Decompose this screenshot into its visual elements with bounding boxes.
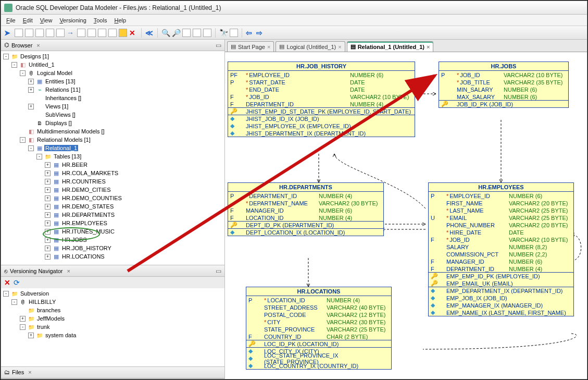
tree-node[interactable]: -Relational Models [1] [1, 136, 224, 144]
close-icon[interactable]: × [28, 369, 31, 375]
tree-node[interactable]: +HR.BEER [1, 161, 224, 169]
expand-toggle[interactable]: - [3, 291, 9, 297]
arrow-right-icon[interactable]: → [67, 29, 75, 37]
tree-node[interactable]: +HR.DEMO_STATES [1, 202, 224, 211]
expand-toggle[interactable]: + [45, 195, 51, 201]
expand-toggle[interactable]: - [28, 145, 34, 151]
expand-toggle[interactable]: + [45, 162, 51, 168]
tree-node[interactable]: branches [1, 306, 224, 314]
tree-node[interactable]: +HR.DEPARTMENTS [1, 211, 224, 219]
tool-icon[interactable] [98, 29, 106, 37]
tree-node[interactable]: Inheritances [] [1, 94, 224, 102]
expand-toggle[interactable]: - [11, 299, 17, 305]
tree-node[interactable]: +HR.DEMO_CITIES [1, 186, 224, 194]
expand-toggle[interactable]: + [45, 212, 51, 218]
tool-icon[interactable] [56, 29, 65, 37]
tree-node[interactable]: +HR.LOCATIONS [1, 252, 224, 261]
tool-icon[interactable] [77, 29, 85, 37]
tool-icon[interactable] [108, 29, 117, 37]
tool-icon[interactable] [230, 29, 238, 37]
editor-tab[interactable]: ▤Start Page× [227, 41, 274, 52]
erd-table[interactable]: HR.DEPARTMENTSP*DEPARTMENT_IDNUMBER (4)*… [228, 182, 384, 236]
tree-node[interactable]: +system data [1, 331, 224, 339]
expand-toggle[interactable]: + [45, 170, 51, 176]
tool-icon[interactable] [203, 29, 211, 37]
expand-toggle[interactable]: + [45, 229, 51, 235]
tree-node[interactable]: +HR.COLA_MARKETS [1, 169, 224, 177]
menu-tools[interactable]: Tools [94, 17, 107, 23]
zoom-in-icon[interactable]: 🔍 [161, 29, 170, 37]
versioning-tree[interactable]: -Subversion-HILLBILLYbranches+JeffModels… [1, 288, 224, 366]
tree-node[interactable]: +Entities [13] [1, 77, 224, 85]
expand-toggle[interactable]: + [45, 179, 51, 185]
tool-icon[interactable] [182, 29, 191, 37]
tree-node[interactable]: -HILLBILLY [1, 298, 224, 306]
expand-toggle[interactable]: + [45, 220, 51, 226]
delete-icon[interactable]: ✕ [4, 278, 10, 287]
expand-toggle[interactable]: + [28, 87, 34, 93]
expand-toggle[interactable]: - [20, 324, 26, 330]
expand-toggle[interactable]: - [36, 154, 42, 160]
browser-tree[interactable]: -Designs [1]-Untitled_1-Logical Model+En… [1, 51, 224, 265]
tree-node[interactable]: -Designs [1] [1, 52, 224, 60]
editor-tab[interactable]: ▤Logical (Untitled_1)× [276, 41, 345, 52]
tree-node[interactable]: +JeffModels [1, 314, 224, 323]
zoom-out-icon[interactable]: 🔎 [172, 29, 180, 37]
tree-node[interactable]: +Views [1] [1, 102, 224, 111]
expand-toggle[interactable]: + [28, 333, 34, 338]
tree-node[interactable]: -trunk [1, 323, 224, 331]
pointer-icon[interactable]: ➤ [4, 29, 12, 37]
close-icon[interactable]: × [427, 44, 430, 50]
menu-help[interactable]: Help [114, 17, 126, 23]
tree-node[interactable]: +HR.COUNTRIES [1, 177, 224, 186]
diagram-canvas[interactable]: HR.JOB_HISTORYPF*EMPLOYEE_IDNUMBER (6)P*… [225, 52, 587, 379]
menu-versioning[interactable]: Versioning [59, 17, 86, 23]
expand-toggle[interactable]: + [20, 316, 26, 322]
tool-icon[interactable] [15, 29, 23, 37]
tree-node[interactable]: +HR.JOB_HISTORY [1, 244, 224, 252]
tool-icon[interactable] [25, 29, 33, 37]
expand-toggle[interactable]: + [45, 187, 51, 193]
expand-toggle[interactable]: - [11, 62, 17, 68]
close-icon[interactable]: × [267, 44, 270, 50]
back-icon[interactable]: ⇦ [246, 29, 254, 37]
tool-icon[interactable] [87, 29, 96, 37]
tree-node[interactable]: +HR.EMPLOYEES [1, 219, 224, 227]
tree-node[interactable]: -Subversion [1, 289, 224, 298]
expand-toggle[interactable]: + [45, 246, 51, 251]
menu-edit[interactable]: Edit [23, 17, 33, 23]
tool-icon[interactable] [193, 29, 201, 37]
tree-node[interactable]: +Relations [11] [1, 85, 224, 94]
expand-toggle[interactable]: - [3, 54, 9, 59]
tree-node[interactable]: +HR.ITUNES_MUSIC [1, 227, 224, 236]
tool-icon[interactable] [46, 29, 54, 37]
menu-view[interactable]: View [40, 17, 53, 23]
erd-table[interactable]: HR.EMPLOYEESP*EMPLOYEE_IDNUMBER (6)FIRST… [428, 182, 574, 316]
expand-toggle[interactable]: - [20, 137, 26, 143]
tree-node[interactable]: Multidimensional Models [] [1, 127, 224, 136]
editor-tab[interactable]: ▤Relational_1 (Untitled_1)× [347, 41, 434, 52]
close-icon[interactable]: × [36, 42, 40, 48]
minimize-icon[interactable]: ▭ [216, 267, 221, 275]
menu-file[interactable]: File [6, 17, 16, 23]
tree-node[interactable]: -Untitled_1 [1, 60, 224, 69]
expand-toggle[interactable]: + [45, 237, 51, 243]
erd-table[interactable]: HR.JOB_HISTORYPF*EMPLOYEE_IDNUMBER (6)P*… [228, 62, 415, 137]
expand-toggle[interactable]: + [28, 79, 34, 84]
tool-icon[interactable] [119, 29, 127, 37]
nav-first-icon[interactable]: ≪ [145, 29, 154, 37]
tree-node[interactable]: -Tables [13] [1, 152, 224, 161]
tree-node[interactable]: -Relational_1 [1, 144, 224, 152]
search-icon[interactable]: 🔭 [219, 29, 228, 37]
expand-toggle[interactable]: + [28, 104, 34, 109]
tree-node[interactable]: +HR.DEMO_COUNTIES [1, 194, 224, 202]
close-icon[interactable]: × [67, 268, 70, 274]
erd-table[interactable]: HR.LOCATIONSP*LOCATION_IDNUMBER (4)STREE… [246, 287, 392, 370]
forward-icon[interactable]: ⇨ [256, 29, 265, 37]
expand-toggle[interactable]: - [20, 70, 26, 76]
refresh-icon[interactable]: ⟳ [14, 278, 20, 287]
tree-node[interactable]: SubViews [] [1, 111, 224, 119]
delete-icon[interactable]: ✕ [129, 29, 137, 37]
close-icon[interactable]: × [338, 44, 341, 50]
tool-icon[interactable] [35, 29, 44, 37]
